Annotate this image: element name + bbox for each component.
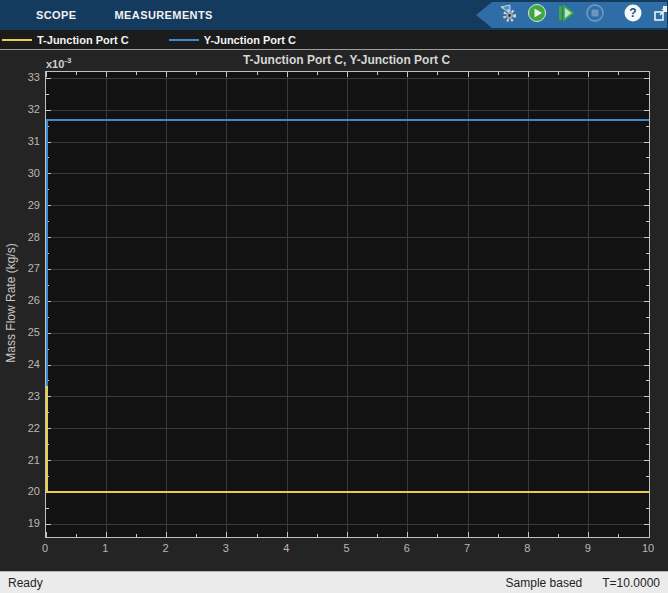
x-tick-label: 2 [146,542,186,554]
simulation-settings-gear-icon [498,3,518,27]
y-tick-label: 22 [0,422,40,435]
series-line [46,120,48,387]
plot-axes[interactable] [45,71,650,538]
y-tick-label: 33 [0,71,40,84]
series-line [46,491,649,493]
toolbar-quick-access: ? [476,2,667,28]
plot-title: T-Junction Port C, Y-Junction Port C [45,53,648,67]
y-tick-label: 30 [0,167,40,180]
y-tick-label: 31 [0,135,40,148]
tab-scope[interactable]: SCOPE [24,0,89,30]
x-tick-label: 8 [507,542,547,554]
legend-item-t-junction[interactable]: T-Junction Port C [0,34,169,46]
legend-label: T-Junction Port C [37,34,129,46]
step-forward-icon [556,3,576,27]
y-tick-label: 28 [0,231,40,244]
y-tick-label: 19 [0,517,40,530]
dock-icon [652,3,668,27]
svg-text:?: ? [629,6,636,20]
y-tick-label: 32 [0,103,40,116]
plot-figure: T-Junction Port C, Y-Junction Port C x10… [0,50,668,571]
legend-label: Y-Junction Port C [204,34,296,46]
status-text: Ready [0,576,506,590]
simulation-time-text: T=10.0000 [602,576,660,590]
x-tick-label: 3 [206,542,246,554]
scope-window: SCOPE MEASUREMENTS [0,0,668,593]
legend-bar: T-Junction Port C Y-Junction Port C [0,30,668,50]
x-tick-label: 10 [628,542,668,554]
help-icon: ? [623,3,643,27]
tab-measurements[interactable]: MEASUREMENTS [103,0,225,30]
x-tick-label: 6 [387,542,427,554]
x-tick-label: 7 [447,542,487,554]
legend-line-sample-yellow [2,39,32,41]
run-button[interactable] [527,4,547,26]
x-tick-label: 4 [266,542,306,554]
y-tick-label: 24 [0,358,40,371]
y-tick-label: 27 [0,262,40,275]
stop-button[interactable] [585,4,605,26]
run-icon [527,3,547,27]
y-tick-label: 25 [0,326,40,339]
x-tick-label: 0 [25,542,65,554]
y-tick-label: 20 [0,485,40,498]
y-tick-label: 21 [0,454,40,467]
y-tick-label: 29 [0,199,40,212]
y-tick-label: 23 [0,390,40,403]
help-button[interactable]: ? [623,4,643,26]
tab-bar: SCOPE MEASUREMENTS [0,0,225,30]
axis-multiplier: x10-3 [46,56,71,70]
series-line [46,119,649,121]
stop-icon [585,3,605,27]
simulation-settings-button[interactable] [498,4,518,26]
x-tick-label: 9 [568,542,608,554]
x-tick-label: 1 [85,542,125,554]
dock-button[interactable] [652,4,668,26]
series-line [46,386,48,492]
legend-item-y-junction[interactable]: Y-Junction Port C [169,34,336,46]
y-tick-label: 26 [0,294,40,307]
legend-line-sample-blue [169,39,199,41]
sample-mode-text: Sample based [506,576,583,590]
x-tick-label: 5 [327,542,367,554]
status-bar: Ready Sample based T=10.0000 [0,571,668,593]
step-forward-button[interactable] [556,4,576,26]
toolstrip: SCOPE MEASUREMENTS [0,0,668,30]
